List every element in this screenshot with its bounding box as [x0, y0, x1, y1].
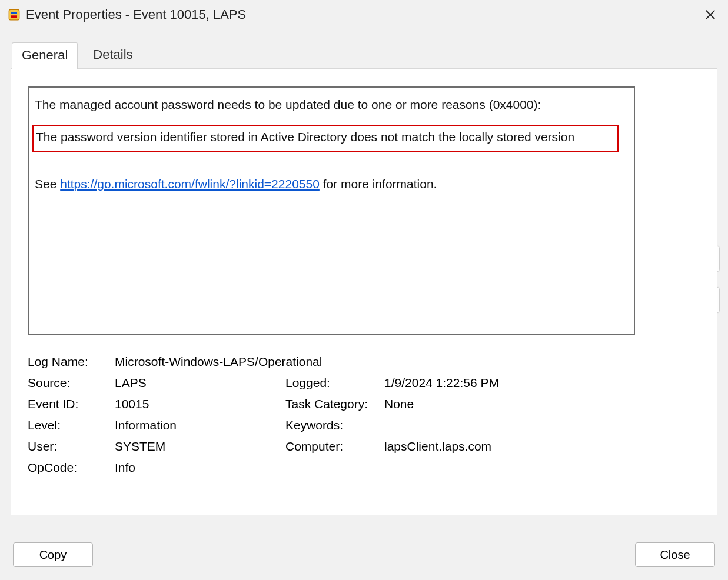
label-task-category: Task Category: — [285, 397, 384, 411]
label-source: Source: — [28, 376, 115, 390]
label-log-name: Log Name: — [28, 355, 115, 369]
value-logged: 1/9/2024 1:22:56 PM — [384, 376, 700, 390]
label-computer: Computer: — [285, 439, 384, 454]
svg-rect-2 — [11, 15, 17, 18]
label-keywords: Keywords: — [285, 418, 384, 432]
window-title: Event Properties - Event 10015, LAPS — [26, 7, 246, 22]
close-button[interactable]: Close — [635, 542, 715, 567]
description-highlighted-line: The password version identifier stored i… — [32, 125, 619, 151]
see-suffix: for more information. — [320, 177, 437, 191]
label-event-id: Event ID: — [28, 397, 115, 411]
value-user: SYSTEM — [115, 439, 285, 454]
svg-rect-0 — [9, 9, 19, 20]
tab-strip: General Details — [12, 42, 728, 69]
value-computer: lapsClient.laps.com — [384, 439, 700, 454]
tab-details[interactable]: Details — [84, 42, 142, 69]
value-source: LAPS — [115, 376, 285, 390]
value-opcode: Info — [115, 461, 285, 475]
value-event-id: 10015 — [115, 397, 285, 411]
more-info-link[interactable]: https://go.microsoft.com/fwlink/?linkid=… — [60, 177, 320, 191]
label-user: User: — [28, 439, 115, 454]
value-task-category: None — [384, 397, 700, 411]
tab-general[interactable]: General — [12, 42, 78, 69]
event-viewer-icon — [8, 9, 20, 21]
event-description-box[interactable]: The managed account password needs to be… — [28, 86, 635, 335]
titlebar: Event Properties - Event 10015, LAPS — [0, 0, 728, 29]
label-logged: Logged: — [285, 376, 384, 390]
svg-rect-1 — [11, 12, 17, 14]
value-level: Information — [115, 418, 285, 432]
value-log-name: Microsoft-Windows-LAPS/Operational — [115, 355, 322, 369]
see-prefix: See — [35, 177, 60, 191]
copy-button[interactable]: Copy — [13, 542, 93, 567]
label-level: Level: — [28, 418, 115, 432]
general-panel: The managed account password needs to be… — [11, 68, 717, 515]
event-metadata: Log Name: Microsoft-Windows-LAPS/Operati… — [28, 355, 700, 475]
description-more-info: See https://go.microsoft.com/fwlink/?lin… — [35, 175, 628, 192]
event-properties-window: Event Properties - Event 10015, LAPS Gen… — [0, 0, 728, 580]
window-close-button[interactable] — [699, 3, 722, 26]
description-line-1: The managed account password needs to be… — [35, 96, 628, 113]
label-opcode: OpCode: — [28, 461, 115, 475]
dialog-footer: Copy Close — [0, 542, 728, 567]
value-keywords — [384, 418, 700, 432]
